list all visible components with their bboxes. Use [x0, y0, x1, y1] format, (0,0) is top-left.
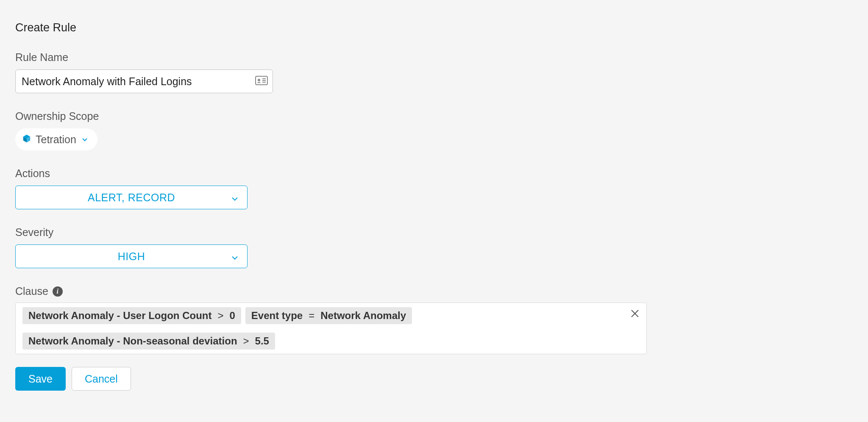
id-card-icon [255, 76, 268, 87]
rule-name-input-wrap [15, 69, 273, 93]
ownership-scope-value: Tetration [36, 133, 76, 146]
create-rule-form: Create Rule Rule Name Ownership Scope [0, 0, 868, 412]
clause-field: Network Anomaly - User Logon Count [28, 310, 211, 322]
rule-name-label: Rule Name [15, 51, 853, 64]
actions-label: Actions [15, 167, 853, 180]
severity-label: Severity [15, 226, 853, 239]
clause-section: Clause i Network Anomaly - User Logon Co… [15, 285, 853, 354]
clause-value: 0 [229, 310, 235, 322]
rule-name-input[interactable] [15, 69, 273, 93]
rule-name-section: Rule Name [15, 51, 853, 93]
ownership-scope-label: Ownership Scope [15, 110, 853, 122]
clause-value: Network Anomaly [320, 310, 406, 322]
clause-field: Network Anomaly - Non-seasonal deviation [28, 335, 237, 347]
severity-select[interactable]: HIGH [15, 244, 248, 268]
ownership-scope-section: Ownership Scope Tetration [15, 110, 853, 150]
clause-label-row: Clause i [15, 285, 853, 297]
actions-section: Actions ALERT, RECORD [15, 167, 853, 209]
clause-condition[interactable]: Event type = Network Anomaly [245, 307, 412, 324]
cancel-button[interactable]: Cancel [72, 367, 131, 391]
clause-op: = [309, 310, 314, 322]
close-icon[interactable] [630, 309, 640, 320]
button-row: Save Cancel [15, 367, 853, 391]
clause-value: 5.5 [255, 335, 269, 347]
caret-down-icon [232, 250, 238, 263]
clause-op: > [217, 310, 223, 322]
clause-op: > [243, 335, 249, 347]
clause-condition[interactable]: Network Anomaly - Non-seasonal deviation… [22, 333, 275, 350]
actions-select[interactable]: ALERT, RECORD [15, 186, 248, 209]
clause-condition[interactable]: Network Anomaly - User Logon Count > 0 [22, 307, 241, 324]
actions-value: ALERT, RECORD [88, 192, 175, 204]
severity-value: HIGH [118, 250, 145, 263]
page-title: Create Rule [15, 21, 853, 34]
caret-down-icon [82, 136, 87, 143]
severity-section: Severity HIGH [15, 226, 853, 268]
caret-down-icon [232, 192, 238, 204]
save-button[interactable]: Save [15, 367, 66, 391]
clause-label: Clause [15, 285, 48, 297]
svg-point-1 [258, 79, 260, 81]
clause-field: Event type [251, 310, 303, 322]
info-icon[interactable]: i [53, 286, 63, 297]
ownership-scope-select[interactable]: Tetration [15, 128, 97, 150]
cube-icon [22, 134, 31, 145]
clause-input[interactable]: Network Anomaly - User Logon Count > 0 E… [15, 303, 647, 354]
